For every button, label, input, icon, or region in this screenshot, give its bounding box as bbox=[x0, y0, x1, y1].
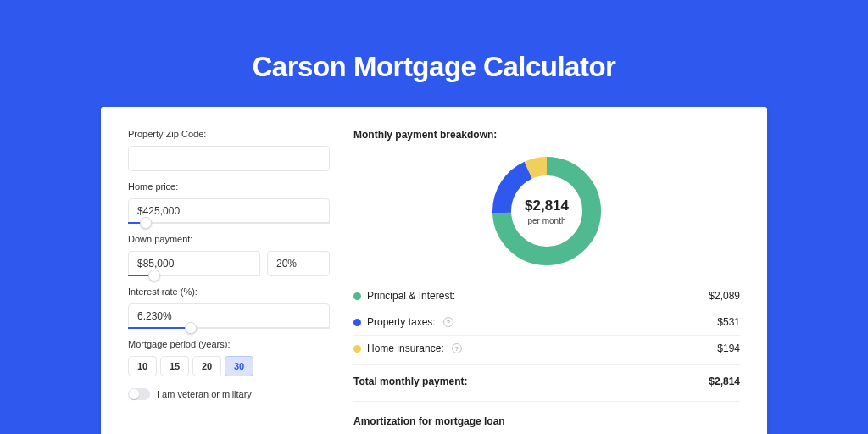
home-price-label: Home price: bbox=[128, 181, 330, 192]
veteran-toggle[interactable] bbox=[128, 388, 150, 400]
breakdown-column: Monthly payment breakdown: $2,814 per mo… bbox=[353, 129, 740, 434]
donut-amount: $2,814 bbox=[525, 198, 569, 214]
home-price-input[interactable] bbox=[128, 198, 330, 224]
amortization-title: Amortization for mortgage loan bbox=[353, 415, 740, 427]
legend-dot-icon bbox=[353, 345, 361, 353]
legend-row-1: Property taxes:?$531 bbox=[353, 309, 740, 336]
legend-row-0: Principal & Interest:$2,089 bbox=[353, 283, 740, 309]
zip-input[interactable] bbox=[128, 146, 330, 171]
period-option-10[interactable]: 10 bbox=[128, 356, 157, 376]
down-payment-input[interactable] bbox=[128, 251, 260, 276]
home-price-field: Home price: bbox=[128, 181, 330, 224]
total-label: Total monthly payment: bbox=[353, 376, 467, 387]
home-price-slider[interactable] bbox=[128, 222, 330, 224]
zip-label: Property Zip Code: bbox=[128, 129, 330, 139]
page-title: Carson Mortgage Calculator bbox=[0, 0, 868, 107]
legend-label: Principal & Interest: bbox=[367, 290, 455, 302]
inputs-column: Property Zip Code: Home price: Down paym… bbox=[128, 129, 330, 434]
interest-rate-slider[interactable] bbox=[128, 327, 330, 329]
legend: Principal & Interest:$2,089Property taxe… bbox=[353, 283, 740, 361]
total-value: $2,814 bbox=[709, 376, 740, 387]
period-option-15[interactable]: 15 bbox=[160, 356, 189, 376]
legend-label: Home insurance: bbox=[367, 342, 444, 354]
info-icon[interactable]: ? bbox=[443, 317, 453, 327]
breakdown-title: Monthly payment breakdown: bbox=[353, 129, 740, 141]
down-payment-label: Down payment: bbox=[128, 234, 330, 244]
calculator-card: Property Zip Code: Home price: Down paym… bbox=[101, 107, 767, 434]
veteran-row: I am veteran or military bbox=[128, 388, 330, 400]
amortization-section: Amortization for mortgage loan Amortizat… bbox=[353, 401, 740, 434]
period-option-20[interactable]: 20 bbox=[192, 356, 221, 376]
legend-label: Property taxes: bbox=[367, 316, 436, 328]
legend-value: $2,089 bbox=[709, 290, 740, 302]
zip-field: Property Zip Code: bbox=[128, 129, 330, 171]
mortgage-period-label: Mortgage period (years): bbox=[128, 339, 330, 349]
interest-rate-field: Interest rate (%): bbox=[128, 287, 330, 329]
donut-chart: $2,814 per month bbox=[490, 154, 604, 268]
mortgage-period-field: Mortgage period (years): 10152030 bbox=[128, 339, 330, 376]
total-row: Total monthly payment: $2,814 bbox=[353, 364, 740, 401]
donut-per-month-label: per month bbox=[527, 216, 565, 225]
period-option-30[interactable]: 30 bbox=[225, 356, 253, 376]
donut-chart-wrap: $2,814 per month bbox=[353, 151, 740, 283]
legend-dot-icon bbox=[353, 319, 361, 326]
interest-rate-input[interactable] bbox=[128, 303, 330, 329]
interest-rate-label: Interest rate (%): bbox=[128, 287, 330, 297]
info-icon[interactable]: ? bbox=[452, 343, 462, 353]
down-payment-pct-input[interactable] bbox=[267, 251, 330, 276]
legend-value: $531 bbox=[717, 316, 740, 328]
legend-dot-icon bbox=[353, 292, 361, 300]
down-payment-slider[interactable] bbox=[128, 275, 260, 276]
legend-row-2: Home insurance:?$194 bbox=[353, 336, 740, 361]
mortgage-period-options: 10152030 bbox=[128, 356, 330, 376]
legend-value: $194 bbox=[717, 342, 740, 354]
down-payment-field: Down payment: bbox=[128, 234, 330, 276]
veteran-label: I am veteran or military bbox=[157, 389, 252, 399]
